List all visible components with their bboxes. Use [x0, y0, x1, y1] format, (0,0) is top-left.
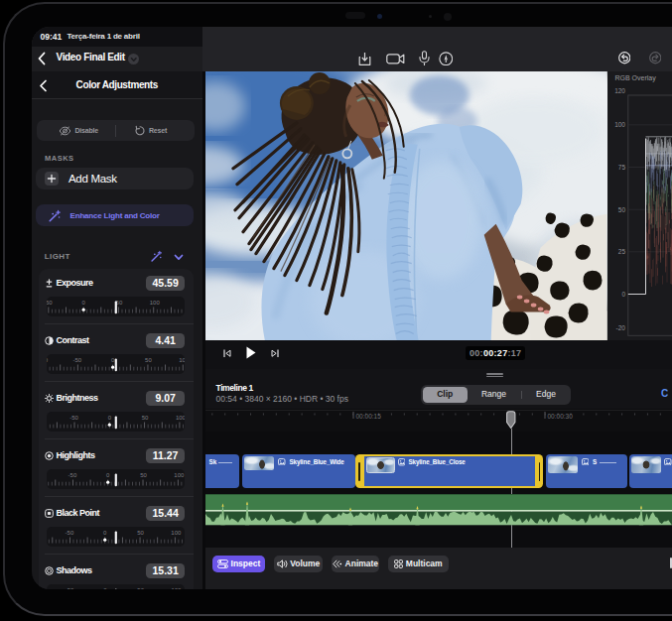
svg-text:50: 50 [140, 472, 147, 478]
svg-text:0: 0 [103, 530, 107, 536]
svg-text:75: 75 [617, 163, 625, 170]
svg-text:00:00:15: 00:00:15 [356, 412, 382, 419]
svg-text:50: 50 [141, 415, 148, 421]
svg-text:-50: -50 [47, 300, 53, 306]
svg-text:-20: -20 [615, 323, 625, 330]
svg-text:0: 0 [106, 472, 110, 478]
svg-text:50: 50 [137, 530, 144, 536]
svg-text:0: 0 [81, 300, 85, 306]
svg-text:50: 50 [617, 205, 625, 212]
svg-text:100: 100 [174, 472, 185, 478]
svg-text:00:00:30: 00:00:30 [548, 412, 574, 419]
svg-text:100: 100 [149, 300, 160, 306]
svg-text:-50: -50 [65, 587, 73, 589]
svg-text:25: 25 [617, 248, 625, 255]
svg-text:0: 0 [107, 415, 111, 421]
svg-text:0: 0 [103, 587, 107, 589]
svg-text:50: 50 [145, 357, 152, 363]
svg-text:-50: -50 [69, 415, 78, 421]
svg-text:-50: -50 [72, 357, 81, 363]
svg-text:120: 120 [614, 87, 625, 94]
svg-text:50: 50 [137, 587, 144, 589]
svg-text:100: 100 [171, 587, 182, 589]
svg-text:-50: -50 [67, 472, 76, 478]
svg-text:100: 100 [614, 121, 625, 128]
svg-text:100: 100 [179, 357, 185, 363]
svg-text:0: 0 [621, 290, 625, 297]
svg-text:-100: -100 [47, 357, 49, 363]
svg-text:-50: -50 [65, 530, 73, 536]
svg-text:100: 100 [171, 530, 182, 536]
svg-text:100: 100 [175, 415, 185, 421]
svg-text:0: 0 [111, 357, 115, 363]
